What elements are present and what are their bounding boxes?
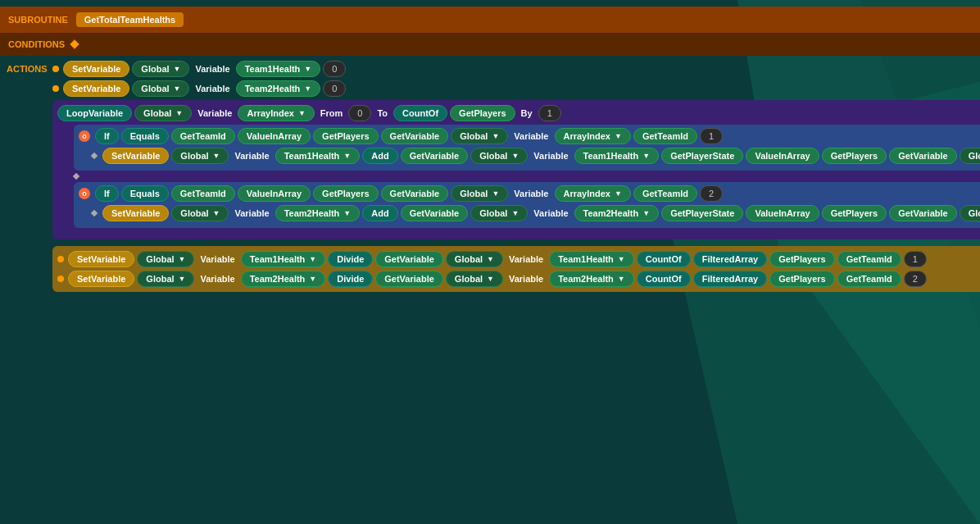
loop-scope[interactable]: Global ▼ bbox=[134, 105, 192, 121]
if1-getvariable[interactable]: GetVariable bbox=[381, 128, 449, 144]
if1-var-label: Variable bbox=[510, 129, 551, 144]
if1-getteamid2[interactable]: GetTeamId bbox=[633, 128, 697, 144]
sv4-getvariable[interactable]: GetVariable bbox=[401, 205, 469, 221]
sv4-var-name[interactable]: Team2Health ▼ bbox=[275, 205, 361, 221]
sv4-getplayers[interactable]: GetPlayers bbox=[822, 205, 887, 221]
sv3-global[interactable]: Global ▼ bbox=[960, 148, 980, 164]
d1-scope1[interactable]: Global ▼ bbox=[137, 251, 194, 267]
sv3-valueinarray[interactable]: ValueInArray bbox=[746, 148, 819, 164]
sv3-add[interactable]: Add bbox=[362, 148, 397, 164]
sv3-scope1[interactable]: Global ▼ bbox=[171, 148, 229, 164]
value-1[interactable]: 0 bbox=[323, 61, 346, 77]
countof-label[interactable]: CountOf bbox=[393, 105, 447, 121]
d1-getvariable[interactable]: GetVariable bbox=[375, 251, 443, 267]
if2-getplayers[interactable]: GetPlayers bbox=[313, 185, 378, 202]
conditions-label: CONDITIONS bbox=[8, 39, 65, 49]
sv4-getplayerstate[interactable]: GetPlayerState bbox=[661, 205, 743, 221]
if1-label[interactable]: If bbox=[95, 128, 119, 144]
from-value[interactable]: 0 bbox=[348, 105, 371, 121]
getplayers-loop[interactable]: GetPlayers bbox=[450, 105, 515, 121]
d1-var-name2[interactable]: Team1Health ▼ bbox=[549, 251, 634, 267]
d2-scope1[interactable]: Global ▼ bbox=[137, 271, 194, 287]
loop-var-label: Variable bbox=[194, 106, 235, 121]
sv3-getvariable2[interactable]: GetVariable bbox=[889, 148, 957, 164]
sv4-getvariable2[interactable]: GetVariable bbox=[889, 205, 957, 221]
d1-op[interactable]: Divide bbox=[328, 251, 373, 267]
if1-equals[interactable]: Equals bbox=[121, 128, 169, 144]
set-var3-row: SetVariable Global ▼ Variable Team1Healt… bbox=[92, 148, 980, 164]
sv3-var-name2[interactable]: Team1Health ▼ bbox=[574, 148, 660, 164]
if2-label[interactable]: If bbox=[95, 185, 119, 202]
if2-getvariable[interactable]: GetVariable bbox=[381, 185, 449, 202]
d1-scope2[interactable]: Global ▼ bbox=[446, 251, 503, 267]
set-variable-2[interactable]: SetVariable bbox=[63, 80, 129, 97]
sv4-scope2[interactable]: Global ▼ bbox=[470, 205, 528, 221]
set-variable-6[interactable]: SetVariable bbox=[68, 271, 134, 287]
subroutine-label: SUBROUTINE bbox=[8, 15, 68, 25]
var-name-1-arrow: ▼ bbox=[304, 65, 311, 73]
divide1-row: SetVariable Global ▼ Variable Team1Healt… bbox=[57, 251, 980, 267]
sv3-getplayerstate[interactable]: GetPlayerState bbox=[661, 148, 743, 164]
if2-scope[interactable]: Global ▼ bbox=[451, 185, 508, 202]
mid-diamond-row bbox=[74, 174, 980, 179]
if2-valueinarray[interactable]: ValueInArray bbox=[238, 185, 311, 202]
set-variable-1[interactable]: SetVariable bbox=[63, 61, 129, 77]
subroutine-name[interactable]: GetTotalTeamHealths bbox=[76, 12, 184, 27]
if2-team-num[interactable]: 2 bbox=[700, 185, 723, 202]
loop-var-name[interactable]: ArrayIndex ▼ bbox=[238, 105, 314, 121]
d2-getvariable[interactable]: GetVariable bbox=[375, 271, 443, 287]
d1-var-name[interactable]: Team1Health ▼ bbox=[241, 251, 326, 267]
if1-valueinarray[interactable]: ValueInArray bbox=[238, 128, 311, 144]
value-2[interactable]: 0 bbox=[323, 80, 346, 97]
d1-team-num[interactable]: 1 bbox=[904, 251, 927, 267]
if2-arrayindex[interactable]: ArrayIndex ▼ bbox=[555, 185, 631, 202]
scope-1[interactable]: Global ▼ bbox=[132, 61, 189, 77]
set-var4-row: SetVariable Global ▼ Variable Team2Healt… bbox=[92, 205, 980, 221]
if1-team-num[interactable]: 1 bbox=[700, 128, 723, 144]
if1-scope[interactable]: Global ▼ bbox=[451, 128, 508, 144]
d2-filteredarray[interactable]: FilteredArray bbox=[693, 271, 767, 287]
d2-getteamid[interactable]: GetTeamId bbox=[837, 271, 901, 287]
to-label: To bbox=[374, 106, 391, 121]
loop-variable-block[interactable]: LoopVariable bbox=[57, 105, 132, 121]
if1-getplayers[interactable]: GetPlayers bbox=[313, 128, 378, 144]
if2-getteamid[interactable]: GetTeamId bbox=[171, 185, 235, 202]
sv4-scope1[interactable]: Global ▼ bbox=[171, 205, 229, 221]
sv3-scope2[interactable]: Global ▼ bbox=[470, 148, 528, 164]
divide2-row: SetVariable Global ▼ Variable Team2Healt… bbox=[57, 271, 980, 287]
d2-op[interactable]: Divide bbox=[328, 271, 373, 287]
d2-var-name2[interactable]: Team2Health ▼ bbox=[549, 271, 634, 287]
d2-countof[interactable]: CountOf bbox=[637, 271, 691, 287]
d1-getteamid[interactable]: GetTeamId bbox=[837, 251, 901, 267]
d2-getplayers[interactable]: GetPlayers bbox=[769, 271, 834, 287]
scope-2[interactable]: Global ▼ bbox=[132, 80, 189, 97]
var-name-1[interactable]: Team1Health ▼ bbox=[236, 61, 321, 77]
sv4-global[interactable]: Global ▼ bbox=[960, 205, 980, 221]
d2-team-num[interactable]: 2 bbox=[904, 271, 927, 287]
set-variable-3[interactable]: SetVariable bbox=[102, 148, 169, 164]
d2-scope2[interactable]: Global ▼ bbox=[446, 271, 503, 287]
if2-getteamid2[interactable]: GetTeamId bbox=[633, 185, 697, 202]
sv3-getvariable[interactable]: GetVariable bbox=[401, 148, 469, 164]
sv4-add[interactable]: Add bbox=[362, 205, 397, 221]
set-var1-row: SetVariable Global ▼ Variable Team1Healt… bbox=[52, 61, 980, 77]
d1-filteredarray[interactable]: FilteredArray bbox=[693, 251, 767, 267]
d1-countof[interactable]: CountOf bbox=[637, 251, 691, 267]
by-label: By bbox=[518, 106, 536, 121]
set-variable-5[interactable]: SetVariable bbox=[68, 251, 134, 267]
if1-arrayindex[interactable]: ArrayIndex ▼ bbox=[555, 128, 631, 144]
by-value[interactable]: 1 bbox=[538, 105, 561, 121]
variable-label-1: Variable bbox=[192, 62, 233, 76]
d1-getplayers[interactable]: GetPlayers bbox=[769, 251, 834, 267]
sv3-getplayers[interactable]: GetPlayers bbox=[822, 148, 887, 164]
if1-getteamid[interactable]: GetTeamId bbox=[171, 128, 235, 144]
if2-equals[interactable]: Equals bbox=[121, 185, 169, 202]
d2-var-name[interactable]: Team2Health ▼ bbox=[241, 271, 326, 287]
set-variable-4[interactable]: SetVariable bbox=[102, 205, 169, 221]
sv3-var-name[interactable]: Team1Health ▼ bbox=[275, 148, 361, 164]
sv4-valueinarray[interactable]: ValueInArray bbox=[746, 205, 819, 221]
sv4-var-name2[interactable]: Team2Health ▼ bbox=[574, 205, 660, 221]
var-name-2[interactable]: Team2Health ▼ bbox=[236, 80, 321, 97]
set-var2-row: SetVariable Global ▼ Variable Team2Healt… bbox=[52, 80, 980, 97]
bullet-3 bbox=[91, 153, 98, 159]
